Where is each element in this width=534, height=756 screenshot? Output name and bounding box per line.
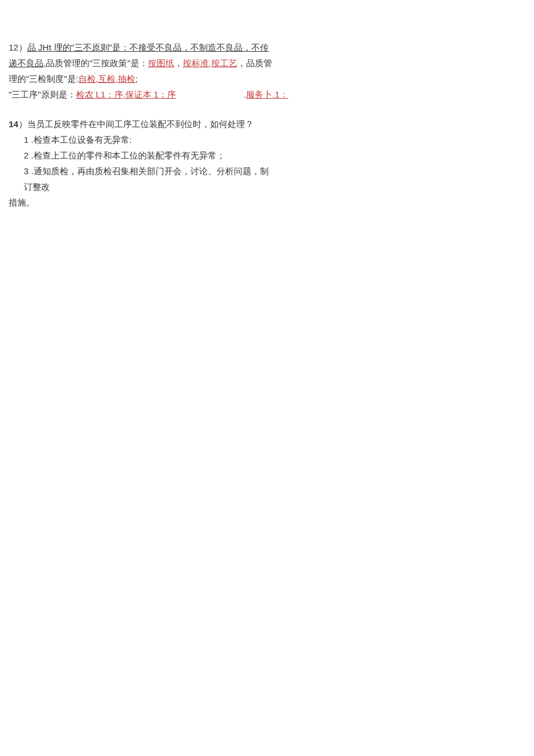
q14-item-3-wrap: 措施。 <box>9 195 276 210</box>
q12-phrase-sanan: ,品质管理的"三按政策"是： <box>44 58 148 68</box>
q12-semi: ; <box>135 74 138 84</box>
q12-line2: "三工序"原则是：检农 L1：序,保证本 1：序 .服务卜.1： <box>9 87 525 102</box>
q12-phrase-sangongxu: "三工序"原则是： <box>9 89 76 99</box>
q12-phrase-sanbu: 品 JHt 理的"三不原则"是： <box>27 42 129 52</box>
q12-ans-sangongxu: 检农 L1：序,保证本 1：序 <box>76 89 176 99</box>
q12-comma1: ， <box>174 58 183 68</box>
document-page: 12）品 JHt 理的"三不原则"是：不接受不良品，不制造不良品，不传递不良品,… <box>0 0 534 222</box>
q12-gap <box>176 87 244 102</box>
q14-item-1: 1 .检查本工位设备有无异常: <box>9 132 276 147</box>
q14-item-2: 2 .检查上工位的零件和本工位的装配零件有无异常； <box>9 147 276 163</box>
q14-heading-text: ）当员工反映零件在中间工序工位装配不到位时，如何处理？ <box>19 119 254 129</box>
q12-ans-biaozhun: 按标准,按工艺 <box>183 58 237 68</box>
q14-block: 14）当员工反映零件在中间工序工位装配不到位时，如何处理？ 1 .检查本工位设备… <box>9 116 276 210</box>
q12-block: 12）品 JHt 理的"三不原则"是：不接受不良品，不制造不良品，不传递不良品,… <box>9 39 276 87</box>
q12-ans-fuwu: 服务卜.1： <box>246 89 288 99</box>
q14-heading: 14）当员工反映零件在中间工序工位装配不到位时，如何处理？ <box>9 116 276 132</box>
q14-item-3: 3 .通知质检，再由质检召集相关部门开会，讨论、分析问题，制订整改 <box>9 163 276 195</box>
q12-num: 12） <box>9 42 27 52</box>
q12-ans-sanjian: 自检,互检,抽检 <box>78 74 135 84</box>
q12-ans-tuzhi: 按图纸 <box>148 58 174 68</box>
q14-num: 14 <box>9 119 19 129</box>
